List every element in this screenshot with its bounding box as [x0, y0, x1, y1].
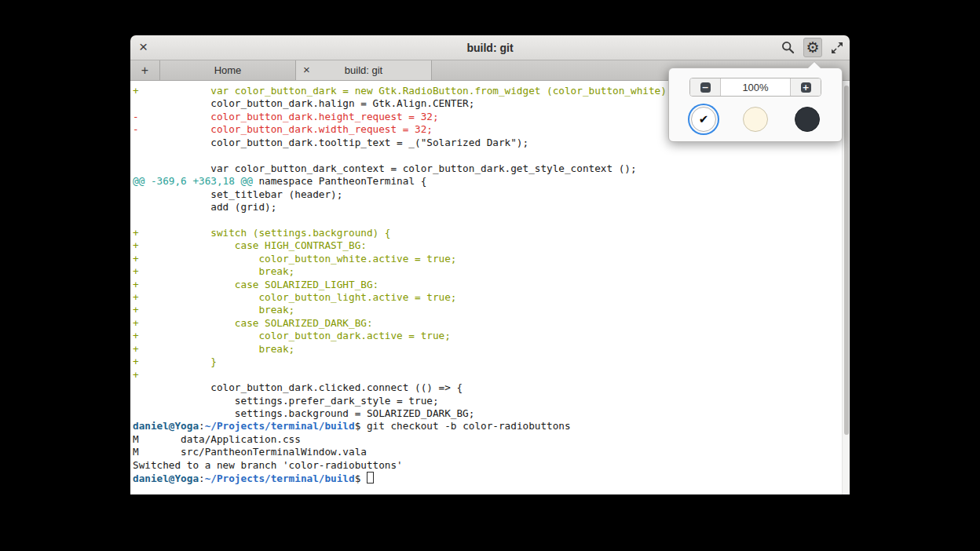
terminal-text-segment: color_button_dark.clicked.connect (() =>… [133, 381, 463, 393]
titlebar[interactable]: × build: git ⚙ [130, 35, 850, 60]
zoom-out-button[interactable]: − [690, 78, 721, 96]
terminal-line: + break; [133, 265, 850, 278]
terminal-text-segment: + break; [133, 343, 294, 355]
terminal-text-segment: + case HIGH_CONTRAST_BG: [133, 239, 367, 251]
zoom-in-icon: + [801, 82, 811, 93]
tab-label: Home [214, 64, 242, 76]
terminal-line: M src/PantheonTerminalWindow.vala [133, 446, 850, 458]
scrollbar-thumb[interactable] [844, 86, 849, 435]
terminal-line: + color_button_dark.active = true; [133, 330, 850, 342]
terminal-text-segment: : [199, 473, 205, 484]
terminal-window: × build: git ⚙ + Home [130, 35, 850, 494]
terminal-text-segment: + switch (settings.background) { [133, 227, 390, 239]
terminal-text-segment: daniel@Yoga [133, 473, 199, 484]
search-icon[interactable] [781, 41, 795, 54]
terminal-text-segment: settings.prefer_dark_style = true; [133, 395, 439, 407]
terminal-text-segment: + [133, 369, 139, 381]
terminal-text-segment: + var color_button_dark = new Gtk.RadioB… [133, 85, 672, 97]
terminal-view[interactable]: + var color_button_dark = new Gtk.RadioB… [130, 81, 850, 494]
new-tab-button[interactable]: + [130, 60, 160, 80]
terminal-text-segment: - color_button_dark.width_request = 32; [133, 123, 433, 135]
terminal-text-segment: namespace PantheonTerminal { [253, 175, 427, 187]
terminal-text-segment: @@ -369,6 +363,18 @@ [133, 175, 253, 187]
terminal-line: daniel@Yoga:~/Projects/terminal/build$ [133, 472, 850, 484]
terminal-text-segment: color_button_dark.halign = Gtk.Align.CEN… [133, 97, 474, 109]
terminal-line: + color_button_white.active = true; [133, 253, 850, 265]
theme-swatch-solarized-dark[interactable] [795, 107, 820, 132]
terminal-text-segment: var color_button_dark_context = color_bu… [133, 162, 637, 174]
settings-popover: − 100% + ✔ [668, 68, 843, 142]
terminal-text-segment: : [199, 420, 205, 432]
tab-home[interactable]: Home [160, 60, 296, 80]
terminal-text-segment: M data/Application.css [133, 433, 301, 445]
terminal-text-segment: + case SOLARIZED_LIGHT_BG: [133, 279, 378, 290]
terminal-line: + break; [133, 343, 850, 356]
terminal-line: color_button_dark.clicked.connect (() =>… [133, 381, 850, 394]
fullscreen-expand-icon[interactable] [831, 42, 843, 54]
terminal-line: + case HIGH_CONTRAST_BG: [133, 239, 850, 252]
zoom-in-button[interactable]: + [790, 78, 821, 96]
terminal-line [133, 213, 850, 226]
terminal-text-segment: + break; [133, 265, 294, 277]
terminal-text-segment: add (grid); [133, 201, 276, 213]
terminal-line: settings.prefer_dark_style = true; [133, 395, 850, 407]
terminal-text-segment: $ git checkout -b color-radiobuttons [355, 420, 571, 432]
terminal-line: + [133, 369, 850, 381]
terminal-text-segment: Switched to a new branch 'color-radiobut… [133, 459, 403, 471]
terminal-text-segment: $ [355, 473, 367, 484]
terminal-line: set_titlebar (header); [133, 188, 850, 201]
terminal-line: add (grid); [133, 201, 850, 213]
zoom-out-icon: − [700, 82, 711, 93]
scrollbar[interactable] [842, 81, 850, 494]
headerbar-actions: ⚙ [781, 35, 843, 60]
terminal-line: M data/Application.css [133, 433, 850, 446]
tab-label: build: git [345, 64, 382, 76]
zoom-control-group: − 100% + [689, 78, 821, 97]
settings-gear-icon[interactable]: ⚙ [803, 38, 822, 57]
popover-arrow-fill [808, 62, 821, 68]
terminal-text-segment: ~/Projects/terminal/build [205, 420, 355, 432]
terminal-line: Switched to a new branch 'color-radiobut… [133, 459, 850, 472]
terminal-text-segment: M src/PantheonTerminalWindow.vala [133, 446, 367, 458]
terminal-text-segment: - color_button_dark.height_request = 32; [133, 111, 439, 122]
terminal-output: + var color_button_dark = new Gtk.RadioB… [133, 85, 850, 485]
terminal-text-segment: set_titlebar (header); [133, 188, 342, 200]
terminal-text-segment: settings.background = SOLARIZED_DARK_BG; [133, 407, 474, 419]
terminal-line: + } [133, 356, 850, 368]
terminal-line: + case SOLARIZED_DARK_BG: [133, 317, 850, 330]
tab-build-git[interactable]: × build: git [296, 60, 432, 80]
theme-swatch-solarized-light[interactable] [743, 107, 768, 132]
theme-swatch-high-contrast-light[interactable]: ✔ [691, 107, 716, 132]
terminal-cursor [367, 472, 374, 483]
terminal-line: @@ -369,6 +363,18 @@ namespace PantheonT… [133, 175, 850, 188]
zoom-level-value: 100% [721, 78, 790, 96]
terminal-line: settings.background = SOLARIZED_DARK_BG; [133, 407, 850, 420]
terminal-line: var color_button_dark_context = color_bu… [133, 162, 850, 175]
window-title: build: git [130, 42, 850, 54]
terminal-text-segment: + } [133, 356, 217, 367]
tab-close-icon[interactable]: × [303, 63, 310, 76]
terminal-text-segment: color_button_dark.tooltip_text = _("Sola… [133, 137, 528, 148]
terminal-line: + color_button_light.active = true; [133, 291, 850, 304]
terminal-text-segment: + case SOLARIZED_DARK_BG: [133, 317, 373, 329]
terminal-text-segment: + color_button_dark.active = true; [133, 330, 451, 341]
terminal-text-segment: + color_button_light.active = true; [133, 291, 456, 303]
terminal-text-segment: + color_button_white.active = true; [133, 253, 456, 265]
terminal-line: + switch (settings.background) { [133, 227, 850, 239]
terminal-line: daniel@Yoga:~/Projects/terminal/build$ g… [133, 420, 850, 432]
check-icon: ✔ [699, 112, 709, 126]
terminal-line: + case SOLARIZED_LIGHT_BG: [133, 279, 850, 291]
terminal-text-segment: daniel@Yoga [133, 420, 199, 432]
theme-selector: ✔ [669, 107, 842, 132]
terminal-line: + break; [133, 304, 850, 316]
terminal-line [133, 149, 850, 162]
terminal-text-segment: ~/Projects/terminal/build [205, 473, 355, 484]
terminal-text-segment: + break; [133, 304, 294, 316]
